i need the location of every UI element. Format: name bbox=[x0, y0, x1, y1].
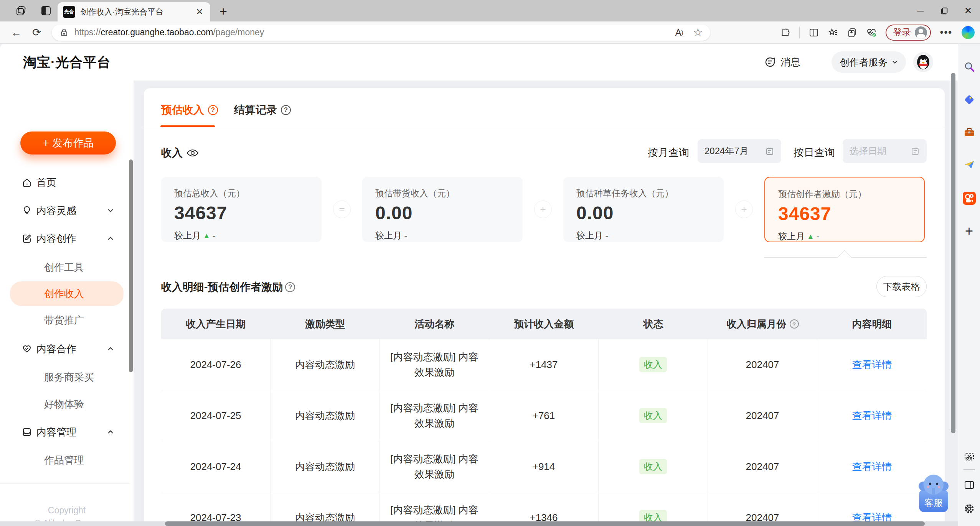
income-section-label: 收入 bbox=[161, 146, 199, 160]
window-maximize-button[interactable] bbox=[932, 0, 956, 21]
cell-status: 收入 bbox=[599, 492, 708, 526]
url-path: /page/money bbox=[213, 27, 264, 38]
sidebar-item-creation-income[interactable]: 创作收入 bbox=[10, 281, 124, 306]
cell-date: 2024-07-26 bbox=[161, 339, 271, 390]
cell-amount: +761 bbox=[489, 390, 599, 441]
site-logo[interactable]: 淘宝·光合平台 bbox=[23, 44, 111, 81]
read-aloud-icon[interactable]: A) bbox=[675, 27, 683, 38]
creator-service-menu[interactable]: 创作者服务 bbox=[832, 51, 906, 73]
rail-settings-gear-icon[interactable] bbox=[964, 503, 975, 514]
chevron-up-icon bbox=[107, 345, 114, 353]
income-panel: 预估收入 ? 结算记录 ? 收入 按月查询 2024年7月 按日查询 选择日期 bbox=[144, 88, 945, 526]
sidebar-scrollbar[interactable] bbox=[129, 159, 133, 372]
rail-kuaishou-icon[interactable] bbox=[963, 192, 976, 205]
sidebar-item-service-purchase[interactable]: 服务商采买 bbox=[0, 365, 134, 390]
col-header-date: 收入产生日期 bbox=[161, 309, 271, 339]
view-detail-link[interactable]: 查看详情 bbox=[852, 357, 892, 372]
customer-service-label: 客服 bbox=[924, 497, 943, 509]
help-icon[interactable]: ? bbox=[285, 282, 295, 292]
help-icon[interactable]: ? bbox=[208, 105, 218, 115]
rail-add-icon[interactable]: + bbox=[965, 223, 973, 239]
card-seeding-income: 预估种草任务收入（元） 0.00 较上月 - bbox=[563, 177, 724, 242]
sidebar-item-works-management[interactable]: 作品管理 bbox=[0, 448, 134, 472]
window-minimize-button[interactable]: ─ bbox=[909, 0, 932, 21]
back-button[interactable]: ← bbox=[5, 26, 27, 39]
table-row: 2024-07-24 内容动态激励 [内容动态激励] 内容效果激励 +914 收… bbox=[161, 441, 927, 492]
sidebar-item-cooperation[interactable]: 内容合作 bbox=[0, 337, 134, 361]
rail-toolbox-icon[interactable] bbox=[964, 127, 975, 138]
help-icon[interactable]: ? bbox=[790, 319, 799, 329]
sidebar-item-creation[interactable]: 内容创作 bbox=[0, 226, 134, 251]
page-horizontal-scrollbar[interactable] bbox=[165, 521, 925, 526]
card-compare: 较上月 - bbox=[576, 230, 711, 242]
extensions-icon[interactable] bbox=[780, 28, 790, 38]
address-bar[interactable]: https://creator.guanghe.taobao.com/page/… bbox=[52, 25, 710, 41]
day-picker[interactable]: 选择日期 bbox=[843, 139, 927, 163]
copilot-icon[interactable] bbox=[962, 26, 975, 39]
user-avatar[interactable] bbox=[913, 52, 933, 72]
cell-detail: 查看详情 bbox=[817, 492, 927, 526]
card-value: 0.00 bbox=[576, 202, 711, 224]
month-picker[interactable]: 2024年7月 bbox=[698, 139, 781, 163]
view-detail-link[interactable]: 查看详情 bbox=[852, 408, 892, 423]
day-picker-placeholder: 选择日期 bbox=[850, 145, 886, 157]
tab-estimated-label: 预估收入 bbox=[161, 103, 204, 117]
browser-navbar: ← ⟳ https://creator.guanghe.taobao.com/p… bbox=[0, 21, 980, 44]
sidebar-item-promotion[interactable]: 带货推广 bbox=[0, 308, 134, 332]
rail-capture-icon[interactable] bbox=[964, 451, 975, 462]
home-icon bbox=[22, 178, 32, 187]
status-badge: 收入 bbox=[639, 408, 667, 423]
tab-actions-icon[interactable] bbox=[40, 5, 52, 16]
sidebar-item-inspiration[interactable]: 内容灵感 bbox=[0, 198, 134, 223]
sidebar-item-goods-experience[interactable]: 好物体验 bbox=[0, 392, 134, 416]
settings-more-icon[interactable]: ••• bbox=[940, 27, 952, 38]
sidebar-label-inspiration: 内容灵感 bbox=[36, 204, 76, 217]
compare-delta: - bbox=[817, 231, 820, 242]
download-table-button[interactable]: 下载表格 bbox=[876, 276, 927, 297]
cell-month: 202407 bbox=[708, 390, 817, 441]
table-header-row: 收入产生日期 激励类型 活动名称 预计收入金额 状态 收入归属月份? 内容明细 bbox=[161, 309, 927, 339]
workspaces-icon[interactable] bbox=[15, 5, 27, 16]
chevron-up-icon bbox=[107, 235, 114, 242]
publish-work-button[interactable]: + 发布作品 bbox=[20, 132, 116, 155]
browser-tab[interactable]: 光合 创作收入·淘宝光合平台 ✕ bbox=[58, 2, 210, 21]
cell-type: 内容动态激励 bbox=[271, 492, 380, 526]
compare-label: 较上月 bbox=[778, 230, 805, 242]
eye-icon[interactable] bbox=[186, 148, 199, 158]
browser-essentials-icon[interactable] bbox=[866, 28, 876, 38]
browser-titlebar: 光合 创作收入·淘宝光合平台 ✕ + ─ ✕ bbox=[0, 0, 980, 21]
sidebar-item-creation-tools[interactable]: 创作工具 bbox=[0, 255, 134, 279]
collections-icon[interactable] bbox=[847, 28, 857, 38]
view-detail-link[interactable]: 查看详情 bbox=[852, 459, 892, 474]
page-vertical-scrollbar[interactable] bbox=[951, 73, 955, 433]
tab-close-icon[interactable]: ✕ bbox=[194, 7, 205, 17]
compare-delta: - bbox=[213, 230, 216, 241]
sidebar-label-service-purchase: 服务商采买 bbox=[44, 371, 94, 384]
lock-icon bbox=[59, 28, 69, 37]
card-creator-incentive[interactable]: 预估创作者激励（元） 34637 较上月 ▲ - bbox=[764, 177, 925, 242]
col-header-month: 收入归属月份? bbox=[708, 309, 817, 339]
window-close-button[interactable]: ✕ bbox=[956, 0, 980, 21]
new-tab-button[interactable]: + bbox=[219, 4, 227, 19]
rail-search-icon[interactable] bbox=[964, 61, 975, 73]
customer-service-button[interactable]: 客服 bbox=[918, 472, 949, 513]
tab-title: 创作收入·淘宝光合平台 bbox=[80, 7, 194, 17]
browser-login-button[interactable]: 登录 bbox=[886, 25, 931, 41]
messages-button[interactable]: 消息 bbox=[764, 44, 800, 81]
split-screen-icon[interactable] bbox=[809, 28, 819, 38]
rail-panel-icon[interactable] bbox=[964, 479, 975, 491]
rail-shopping-icon[interactable] bbox=[964, 94, 975, 105]
sidebar-item-management[interactable]: 内容管理 bbox=[0, 420, 134, 444]
refresh-button[interactable]: ⟳ bbox=[27, 26, 46, 39]
card-goods-income: 预估带货收入（元） 0.00 较上月 - bbox=[362, 177, 523, 242]
cell-month: 202407 bbox=[708, 441, 817, 492]
sidebar-item-home[interactable]: 首页 bbox=[0, 170, 134, 195]
tab-settlement-record[interactable]: 结算记录 ? bbox=[234, 103, 291, 117]
table-row: 2024-07-26 内容动态激励 [内容动态激励] 内容效果激励 +1437 … bbox=[161, 339, 927, 390]
favorites-list-icon[interactable] bbox=[828, 28, 838, 38]
favorite-star-icon[interactable]: ☆ bbox=[693, 26, 703, 39]
tab-estimated-income[interactable]: 预估收入 ? bbox=[161, 103, 218, 117]
help-icon[interactable]: ? bbox=[281, 105, 291, 115]
rail-drop-icon[interactable] bbox=[964, 159, 975, 171]
lightbulb-icon bbox=[22, 205, 32, 215]
